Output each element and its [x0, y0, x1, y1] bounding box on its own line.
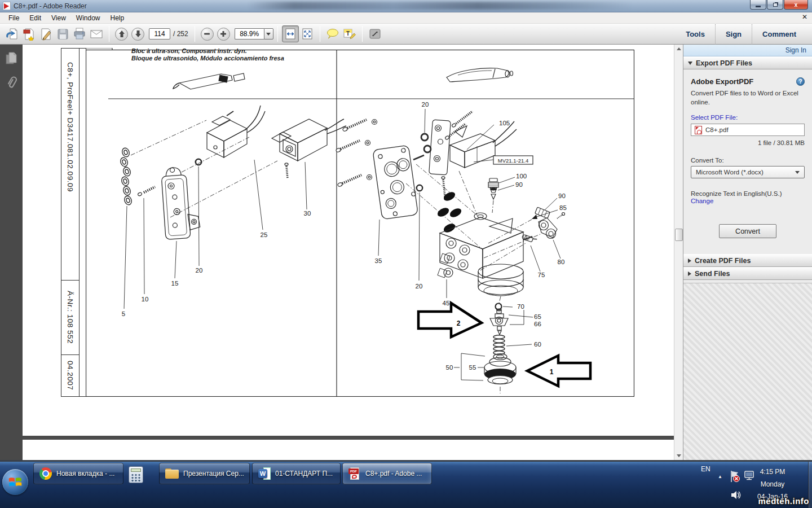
part-label-20c: 20 — [416, 283, 423, 290]
highlight-text-icon: T — [342, 27, 357, 41]
part-label-5: 5 — [122, 310, 125, 317]
taskbar-calculator-button[interactable] — [129, 466, 143, 483]
convert-to-label: Convert To: — [691, 157, 805, 164]
part-label-20a: 20 — [196, 267, 203, 274]
format-dropdown[interactable]: Microsoft Word (*.docx) — [691, 166, 805, 178]
taskbar-adobe-button[interactable]: PDF C8+.pdf - Adobe ... — [342, 463, 432, 484]
chevron-down-icon — [266, 33, 271, 36]
titlebar-ghost-artifact — [248, 2, 632, 10]
motor-handpiece-drawing — [447, 68, 513, 82]
fit-width-button[interactable] — [282, 25, 299, 42]
next-page-button[interactable] — [131, 28, 144, 41]
convert-button[interactable]: Convert — [719, 224, 776, 238]
save-button[interactable] — [54, 25, 71, 42]
zoom-level-input[interactable]: 88.9% — [235, 28, 264, 40]
part-label-100: 100 — [516, 173, 527, 179]
menu-edit[interactable]: Edit — [24, 13, 46, 23]
tools-button[interactable]: Tools — [676, 24, 715, 45]
scrollbar-thumb[interactable] — [675, 229, 683, 241]
part-15-bracket — [161, 166, 201, 239]
change-link[interactable]: Change — [691, 198, 713, 204]
send-files-section-header[interactable]: Send Files — [683, 267, 812, 280]
file-meta: 1 file / 30.81 MB — [691, 139, 805, 146]
part-label-30: 30 — [304, 210, 311, 217]
open-icon — [5, 27, 19, 41]
create-pdf-button[interactable] — [20, 25, 37, 42]
sign-in-bar[interactable]: Sign In — [683, 45, 812, 56]
email-icon — [89, 27, 104, 41]
selected-file-box[interactable]: C8+.pdf — [691, 124, 805, 136]
comment-button[interactable]: Comment — [752, 24, 806, 45]
attachments-button[interactable] — [5, 74, 19, 93]
arrow-2-number: 2 — [457, 319, 461, 327]
title-bar: C8+.pdf - Adobe Reader x — [0, 0, 812, 12]
zoom-dropdown-button[interactable] — [264, 28, 273, 40]
scroll-up-button[interactable] — [675, 45, 683, 52]
mounting-screws — [336, 120, 377, 187]
part-label-20b: 20 — [422, 101, 429, 108]
chrome-icon — [39, 467, 52, 480]
page-thumbnails-button[interactable] — [5, 51, 19, 68]
close-button[interactable]: x — [784, 0, 808, 10]
page-total: / 252 — [173, 30, 188, 38]
fit-page-button[interactable] — [299, 25, 316, 42]
sign-in-link[interactable]: Sign In — [785, 46, 806, 54]
menu-bar: File Edit View Window Help ✕ — [0, 12, 812, 24]
a-number: Ä-Nr.: 108 552 — [66, 291, 74, 344]
scroll-down-button[interactable] — [675, 452, 683, 459]
start-button[interactable] — [2, 469, 28, 495]
taskbar-chrome-button[interactable]: Новая вкладка - ... — [33, 463, 123, 484]
tools-panel: Sign In Export PDF Files Adobe ExportPDF… — [683, 45, 812, 460]
zoom-out-button[interactable] — [201, 28, 214, 41]
sign-button[interactable]: Sign — [715, 24, 752, 45]
arrow-up-icon — [118, 30, 126, 38]
part-label-65: 65 — [534, 313, 541, 320]
create-pdf-icon — [21, 27, 36, 41]
part-label-75: 75 — [538, 271, 545, 278]
triangle-down-icon — [677, 454, 681, 457]
selected-file-name: C8+.pdf — [705, 126, 729, 133]
zoom-in-button[interactable] — [217, 28, 230, 41]
menu-help[interactable]: Help — [105, 13, 130, 23]
language-indicator[interactable]: EN — [701, 465, 710, 473]
email-button[interactable] — [88, 25, 105, 42]
volume-icon[interactable] — [730, 490, 742, 500]
close-document-icon[interactable]: ✕ — [802, 13, 807, 21]
restore-button[interactable] — [767, 0, 783, 10]
show-hidden-icons-button[interactable]: ▲ — [718, 474, 722, 479]
callout-arrow-1 — [527, 356, 590, 386]
diagram-title-es: Bloque de ultrasonido, Módulo accionamie… — [131, 55, 284, 62]
valve-block-screws — [445, 111, 473, 140]
fullscreen-button[interactable] — [367, 25, 383, 42]
pencil-doc-icon — [38, 27, 53, 41]
menu-file[interactable]: File — [3, 13, 24, 23]
minimize-button[interactable] — [750, 0, 766, 10]
open-button[interactable] — [3, 25, 20, 42]
part-50-55-cap — [484, 354, 516, 384]
menu-window[interactable]: Window — [71, 13, 105, 23]
part-5-oring-chain — [120, 147, 133, 205]
text-markup-button[interactable]: T — [341, 25, 358, 42]
page-number-input[interactable]: 114 — [149, 28, 170, 40]
document-page: C8+, ProFeel+ D3417.081.02.09.09 Ä-Nr.: … — [23, 45, 674, 460]
part-35-plate — [373, 145, 418, 220]
fit-page-icon — [301, 27, 314, 41]
taskbar-word-button[interactable]: W 01-СТАНДАРТ П... — [252, 463, 341, 484]
window-title: C8+.pdf - Adobe Reader — [14, 2, 87, 10]
create-pdf-section-header[interactable]: Create PDF Files — [683, 254, 812, 267]
menu-view[interactable]: View — [46, 13, 71, 23]
revision-date: 04.2007 — [66, 361, 74, 390]
print-button[interactable] — [71, 25, 88, 42]
comment-bubble-button[interactable] — [324, 25, 341, 42]
document-scrollbar[interactable] — [674, 45, 683, 460]
navigation-pane-strip — [0, 45, 23, 460]
previous-page-button[interactable] — [115, 28, 128, 41]
sign-fill-button[interactable] — [37, 25, 54, 42]
folder-icon — [165, 468, 179, 479]
print-icon — [72, 27, 87, 41]
action-center-flag-icon[interactable] — [729, 470, 740, 483]
taskbar-folder-button[interactable]: Презентация Сер... — [159, 463, 250, 484]
export-pdf-section-header[interactable]: Export PDF Files — [683, 56, 812, 69]
pdf-file-icon — [695, 126, 702, 134]
help-icon[interactable]: ? — [796, 77, 805, 86]
